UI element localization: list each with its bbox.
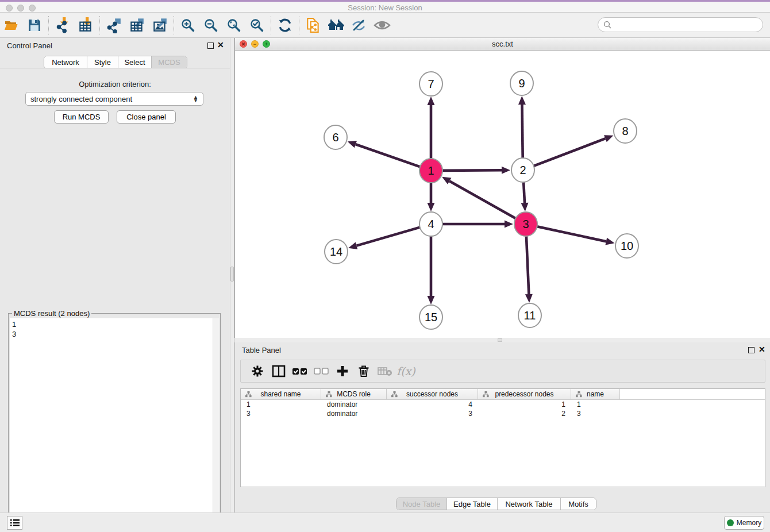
result-scrollbar[interactable] <box>213 318 219 530</box>
column-label: successor nodes <box>406 390 458 398</box>
zoom-out-icon[interactable] <box>199 15 222 36</box>
close-panel-button[interactable]: Close panel <box>117 110 176 124</box>
mcds-result-list[interactable]: 1 3 <box>10 318 219 530</box>
edge-3-11[interactable] <box>526 236 529 294</box>
delete-columns-icon[interactable] <box>353 362 374 380</box>
graph-node-2[interactable]: 2 <box>511 158 534 182</box>
zoom-selected-icon[interactable] <box>245 15 268 36</box>
export-table-icon[interactable] <box>125 15 148 36</box>
network-graph: 1234678910111415 <box>235 51 770 338</box>
tab-style[interactable]: Style <box>87 56 118 68</box>
close-panel-icon[interactable]: ✕ <box>217 41 224 49</box>
float-panel-icon[interactable] <box>748 347 754 353</box>
tab-mcds[interactable]: MCDS <box>151 56 187 68</box>
graph-node-9[interactable]: 9 <box>510 71 533 95</box>
tab-network-table[interactable]: Network Table <box>497 498 560 510</box>
table-cell[interactable]: 4 <box>387 400 478 409</box>
splitter-grabber[interactable] <box>230 267 234 282</box>
home-icon[interactable] <box>325 15 348 36</box>
export-network-icon[interactable] <box>102 15 125 36</box>
svg-text:14: 14 <box>330 245 342 258</box>
memory-button[interactable]: Memory <box>724 516 764 530</box>
network-window-titlebar[interactable]: ✕ − + scc.txt <box>235 38 770 51</box>
table-row[interactable]: 3dominator323 <box>241 409 765 418</box>
zoom-fit-icon[interactable] <box>222 15 245 36</box>
table-cell[interactable]: 3 <box>241 409 321 418</box>
edge-2-9[interactable] <box>522 105 522 159</box>
graph-node-14[interactable]: 14 <box>325 240 348 264</box>
table-cell[interactable]: 1 <box>241 400 321 409</box>
column-header-predecessor-nodes[interactable]: predecessor nodes <box>478 389 571 399</box>
svg-text:6: 6 <box>332 131 338 144</box>
duplicate-network-icon[interactable] <box>302 15 325 36</box>
horizontal-splitter[interactable] <box>234 338 770 342</box>
memory-status-icon <box>727 519 734 526</box>
export-image-icon[interactable] <box>148 15 171 36</box>
import-network-icon[interactable] <box>51 15 74 36</box>
column-panel-icon[interactable] <box>268 362 289 380</box>
search-box[interactable] <box>598 17 763 32</box>
graph-node-15[interactable]: 15 <box>419 305 442 329</box>
edge-3-10[interactable] <box>537 226 606 241</box>
tab-motifs[interactable]: Motifs <box>560 498 596 510</box>
select-all-columns-icon[interactable] <box>289 362 310 380</box>
refresh-layout-icon[interactable] <box>274 15 297 36</box>
close-panel-icon[interactable]: ✕ <box>759 345 765 353</box>
network-canvas[interactable]: 1234678910111415 <box>235 51 770 338</box>
table-cell[interactable]: 2 <box>478 409 571 418</box>
graph-node-3[interactable]: 3 <box>514 212 537 236</box>
search-input[interactable] <box>611 21 763 29</box>
birds-eye-icon[interactable] <box>371 15 394 36</box>
table-cell[interactable]: 3 <box>387 409 478 418</box>
gear-icon[interactable] <box>247 362 268 380</box>
graph-node-8[interactable]: 8 <box>614 119 637 143</box>
splitter-grabber[interactable] <box>498 338 502 342</box>
import-table-icon[interactable] <box>74 15 97 36</box>
column-header-shared-name[interactable]: shared name <box>241 389 321 399</box>
edge-4-14[interactable] <box>357 228 420 246</box>
graph-node-6[interactable]: 6 <box>324 125 347 149</box>
vertical-splitter[interactable] <box>230 38 234 512</box>
edge-1-2[interactable] <box>442 170 502 171</box>
zoom-in-icon[interactable] <box>176 15 199 36</box>
edge-1-6[interactable] <box>356 144 420 167</box>
save-icon[interactable] <box>23 15 46 36</box>
mcds-result-title: MCDS result (2 nodes) <box>12 309 91 318</box>
table-cell[interactable]: 3 <box>571 409 620 418</box>
table-cell[interactable]: dominator <box>321 400 387 409</box>
graphics-details-icon[interactable] <box>348 15 371 36</box>
graph-node-10[interactable]: 10 <box>615 234 638 258</box>
unselect-all-columns-icon[interactable] <box>310 362 332 380</box>
table-tabs: Node TableEdge TableNetwork TableMotifs <box>396 498 596 510</box>
add-column-icon[interactable] <box>332 362 353 380</box>
edge-arrow-icon <box>502 167 510 174</box>
column-header-successor-nodes[interactable]: successor nodes <box>387 389 478 399</box>
run-mcds-button[interactable]: Run MCDS <box>54 110 109 124</box>
network-view-window: ✕ − + scc.txt 1234678910111415 <box>234 38 770 338</box>
edge-2-8[interactable] <box>534 138 606 166</box>
toolbar-separator <box>174 16 174 34</box>
graph-node-7[interactable]: 7 <box>419 72 442 96</box>
table-cell[interactable]: 1 <box>571 400 620 409</box>
tab-network[interactable]: Network <box>44 56 87 68</box>
edge-3-1[interactable] <box>449 181 515 218</box>
open-folder-icon[interactable] <box>0 15 23 36</box>
graph-node-11[interactable]: 11 <box>518 303 541 327</box>
float-panel-icon[interactable] <box>207 43 214 49</box>
tab-select[interactable]: Select <box>118 56 151 68</box>
task-history-button[interactable] <box>7 516 22 530</box>
column-header-MCDS-role[interactable]: MCDS role <box>321 389 387 399</box>
column-header-name[interactable]: name <box>571 389 620 399</box>
column-label: predecessor nodes <box>495 390 553 398</box>
tab-node-table[interactable]: Node Table <box>396 498 446 510</box>
edge-2-3[interactable] <box>523 182 525 203</box>
graph-node-4[interactable]: 4 <box>419 212 442 236</box>
table-cell[interactable]: dominator <box>321 409 387 418</box>
network-view-title: scc.txt <box>235 40 770 48</box>
tab-edge-table[interactable]: Edge Table <box>446 498 497 510</box>
graph-node-1[interactable]: 1 <box>419 159 442 183</box>
control-panel: Control Panel ✕ NetworkStyleSelectMCDS O… <box>0 38 230 512</box>
criterion-select[interactable]: strongly connected component ▲▼ <box>25 92 203 106</box>
table-row[interactable]: 1dominator411 <box>241 400 765 409</box>
table-cell[interactable]: 1 <box>478 400 571 409</box>
